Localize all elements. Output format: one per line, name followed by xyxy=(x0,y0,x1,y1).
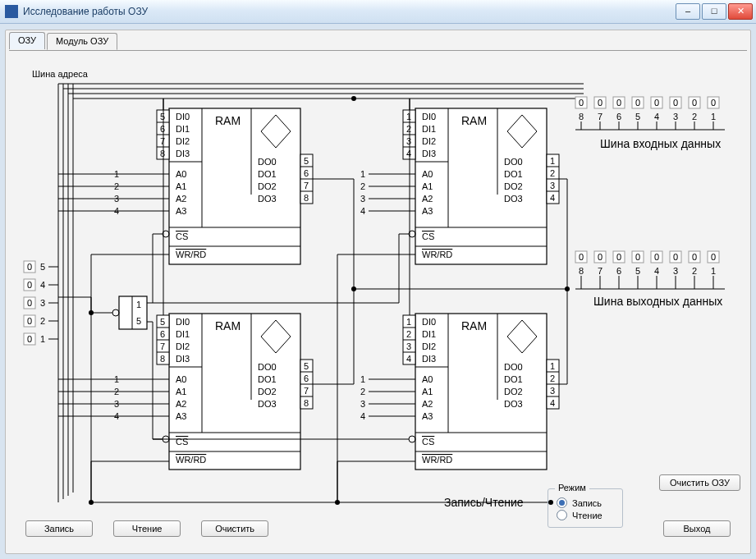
svg-text:3: 3 xyxy=(550,386,555,396)
svg-text:6: 6 xyxy=(160,329,165,339)
svg-text:2: 2 xyxy=(550,168,555,178)
mode-legend: Режим xyxy=(555,483,589,493)
svg-text:6: 6 xyxy=(616,266,621,276)
svg-text:4: 4 xyxy=(360,411,365,421)
svg-text:2: 2 xyxy=(406,124,411,134)
svg-text:5: 5 xyxy=(136,316,141,326)
minimize-button[interactable]: – xyxy=(676,3,700,20)
svg-text:2: 2 xyxy=(692,266,697,276)
svg-text:5: 5 xyxy=(160,317,165,327)
write-button[interactable]: Запись xyxy=(25,520,93,537)
svg-text:8: 8 xyxy=(160,354,165,364)
clear-ram-button[interactable]: Очистить ОЗУ xyxy=(659,474,740,491)
svg-text:3: 3 xyxy=(40,298,45,308)
ram-chip-3 xyxy=(163,314,300,470)
svg-text:0: 0 xyxy=(27,334,32,344)
svg-text:1: 1 xyxy=(550,156,555,166)
svg-text:0: 0 xyxy=(27,316,32,326)
svg-text:7: 7 xyxy=(160,341,165,351)
window-buttons: – □ ✕ xyxy=(674,3,753,20)
mode-read[interactable]: Чтение xyxy=(557,510,614,520)
svg-text:4: 4 xyxy=(40,280,45,290)
svg-text:5: 5 xyxy=(40,262,45,272)
svg-point-11 xyxy=(112,309,119,316)
svg-text:5: 5 xyxy=(304,361,309,371)
svg-text:8: 8 xyxy=(579,112,584,121)
window-title: Исследование работы ОЗУ xyxy=(23,6,674,17)
svg-text:6: 6 xyxy=(304,373,309,383)
schematic-svg: DI0 DI1 DI2 DI3 A0 A1 A2 A3 CS WR/RD RAM xyxy=(9,51,748,511)
svg-text:4: 4 xyxy=(654,112,659,121)
radio-dot-icon xyxy=(557,497,567,508)
svg-text:7: 7 xyxy=(598,266,603,276)
svg-text:3: 3 xyxy=(673,112,678,121)
svg-point-124 xyxy=(89,500,94,505)
svg-text:3: 3 xyxy=(406,341,411,351)
svg-text:4: 4 xyxy=(654,266,659,276)
svg-text:0: 0 xyxy=(635,252,640,262)
svg-text:6: 6 xyxy=(160,124,165,134)
svg-text:2: 2 xyxy=(550,373,555,383)
svg-text:1: 1 xyxy=(406,112,411,121)
svg-text:0: 0 xyxy=(27,280,32,290)
svg-text:1: 1 xyxy=(360,374,365,384)
tab-module[interactable]: Модуль ОЗУ xyxy=(47,33,117,50)
svg-text:7: 7 xyxy=(304,181,309,190)
svg-text:1: 1 xyxy=(40,334,45,344)
svg-text:5: 5 xyxy=(635,112,640,121)
ram-chip-2 xyxy=(409,108,547,264)
svg-text:2: 2 xyxy=(406,329,411,339)
svg-text:7: 7 xyxy=(160,136,165,146)
svg-text:0: 0 xyxy=(673,252,678,262)
svg-text:1: 1 xyxy=(711,266,716,276)
svg-point-129 xyxy=(351,96,356,101)
svg-text:7: 7 xyxy=(304,386,309,396)
svg-text:3: 3 xyxy=(360,399,365,409)
wr-rd-label: Запись/Чтение xyxy=(444,496,524,509)
svg-text:3: 3 xyxy=(360,194,365,204)
svg-text:4: 4 xyxy=(406,354,411,364)
svg-text:2: 2 xyxy=(40,316,45,326)
svg-text:5: 5 xyxy=(304,156,309,166)
svg-text:0: 0 xyxy=(692,252,697,262)
clear-button[interactable]: Очистить xyxy=(201,520,268,537)
svg-text:0: 0 xyxy=(654,252,659,262)
addr-inputs: 05 04 03 02 01 xyxy=(24,261,58,345)
svg-text:1: 1 xyxy=(406,317,411,327)
svg-text:2: 2 xyxy=(360,181,365,191)
svg-text:8: 8 xyxy=(160,149,165,158)
svg-text:4: 4 xyxy=(360,206,365,216)
svg-text:6: 6 xyxy=(616,112,621,121)
svg-text:7: 7 xyxy=(598,112,603,121)
svg-text:0: 0 xyxy=(598,252,603,262)
radio-dot-icon xyxy=(557,510,567,520)
tab-ozu[interactable]: ОЗУ xyxy=(9,32,45,49)
svg-text:8: 8 xyxy=(579,266,584,276)
close-button[interactable]: ✕ xyxy=(728,3,753,20)
bottom-bar: Запись Чтение Очистить Выход xyxy=(25,520,731,542)
app-icon xyxy=(5,5,18,18)
svg-text:0: 0 xyxy=(711,98,716,108)
exit-button[interactable]: Выход xyxy=(663,520,731,537)
svg-text:0: 0 xyxy=(598,98,603,108)
svg-text:1: 1 xyxy=(136,300,141,309)
svg-point-127 xyxy=(351,286,356,291)
svg-point-125 xyxy=(335,500,340,505)
out-bus-label: Шина выходных данных xyxy=(593,295,722,308)
svg-text:0: 0 xyxy=(579,252,584,262)
svg-text:0: 0 xyxy=(27,298,32,308)
mode-write[interactable]: Запись xyxy=(557,497,614,508)
maximize-button[interactable]: □ xyxy=(702,3,726,20)
read-button[interactable]: Чтение xyxy=(113,520,181,537)
svg-text:0: 0 xyxy=(579,98,584,108)
svg-text:5: 5 xyxy=(160,112,165,121)
svg-text:0: 0 xyxy=(692,98,697,108)
svg-text:2: 2 xyxy=(692,112,697,121)
client-area: ОЗУ Модуль ОЗУ DI0 DI1 DI2 DI3 xyxy=(5,30,751,554)
tab-strip: ОЗУ Модуль ОЗУ xyxy=(9,32,119,49)
svg-text:8: 8 xyxy=(304,193,309,203)
decoder: 1 5 xyxy=(112,296,147,329)
svg-text:4: 4 xyxy=(550,398,555,408)
in-bus-label: Шина входных данных xyxy=(600,137,721,150)
svg-text:0: 0 xyxy=(616,98,621,108)
